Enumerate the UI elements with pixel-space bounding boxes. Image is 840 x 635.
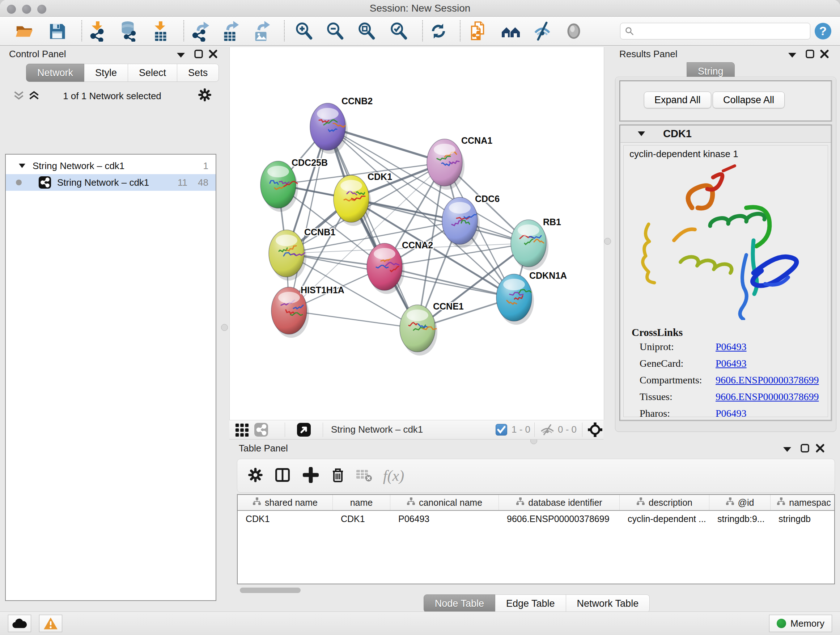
zoom-out-button[interactable]	[323, 19, 347, 43]
edge-CCNB2-CCNE1[interactable]	[328, 127, 417, 328]
column-header-shared-name[interactable]: shared name	[238, 495, 333, 510]
tab-select[interactable]: Select	[128, 64, 177, 82]
expand-all-button[interactable]: Expand All	[644, 92, 711, 108]
column-type-icon	[777, 497, 785, 508]
network-row-selected[interactable]: String Network – cdk1 11 48	[6, 174, 216, 191]
selected-indicator-checkbox[interactable]	[496, 424, 507, 435]
gene-entry-header[interactable]: CDK1	[621, 126, 831, 143]
column-type-icon	[516, 497, 524, 508]
export-image-button[interactable]	[249, 19, 274, 43]
zoom-selected-icon	[388, 21, 409, 42]
column-header-name[interactable]: name	[333, 495, 390, 510]
create-column-button[interactable]	[303, 467, 319, 485]
zoom-fit-button[interactable]	[354, 19, 379, 43]
birds-eye-view-icon[interactable]	[297, 423, 311, 437]
import-network-file-button[interactable]	[86, 19, 111, 43]
zoom-in-button[interactable]	[292, 19, 316, 43]
warnings-button[interactable]	[39, 615, 62, 632]
collapse-all-button[interactable]: Collapse All	[713, 92, 785, 108]
hide-glass-button[interactable]	[530, 19, 554, 43]
show-columns-button[interactable]	[275, 467, 291, 485]
table-row[interactable]: CDK1CDK1P064939606.ENSP00000378699cyclin…	[238, 511, 834, 527]
import-network-database-button[interactable]	[116, 19, 141, 43]
maximize-panel-icon[interactable]	[800, 443, 810, 453]
node-CCNB2[interactable]: CCNB2	[310, 96, 373, 154]
selected-counts: 1 - 0	[512, 424, 531, 435]
tab-edge-table[interactable]: Edge Table	[495, 594, 566, 613]
node-CDKN1A[interactable]: CDKN1A	[496, 271, 567, 325]
open-session-button[interactable]	[12, 19, 37, 43]
close-panel-icon[interactable]	[208, 49, 218, 59]
network-label: String Network – cdk1	[57, 177, 149, 188]
column-header-database-identifier[interactable]: database identifier	[499, 495, 620, 510]
crosslink-link[interactable]: P06493	[715, 408, 747, 417]
zoom-fit-icon	[356, 21, 377, 42]
grid-view-icon[interactable]	[235, 423, 249, 437]
left-splitter-handle[interactable]	[221, 324, 228, 331]
network-canvas[interactable]: CCNB2CCNA1CDC25BCDK1CDC6RB1CCNB1CCNA2CDK…	[229, 47, 604, 420]
node-label-CCNE1: CCNE1	[433, 301, 464, 311]
maximize-panel-icon[interactable]	[805, 49, 815, 59]
float-panel-icon[interactable]	[782, 446, 792, 453]
tab-network[interactable]: Network	[26, 64, 84, 82]
tab-network-table[interactable]: Network Table	[566, 594, 650, 613]
zoom-selected-button[interactable]	[386, 19, 411, 43]
node-CDC25B[interactable]: CDC25B	[261, 157, 328, 212]
import-table-file-button[interactable]	[148, 19, 173, 43]
crosslink-link[interactable]: P06493	[715, 358, 747, 369]
close-panel-icon[interactable]	[820, 49, 829, 59]
tab-sets[interactable]: Sets	[177, 64, 219, 82]
clone-network-button[interactable]	[466, 19, 491, 43]
network-options-gear-icon[interactable]	[197, 88, 212, 102]
node-CCNE1[interactable]: CCNE1	[400, 301, 464, 356]
node-CCNB1[interactable]: CCNB1	[269, 227, 335, 280]
search-input[interactable]	[638, 26, 806, 36]
table-options-button[interactable]	[248, 467, 264, 485]
delete-column-button[interactable]	[330, 467, 346, 485]
memory-button[interactable]: Memory	[769, 615, 832, 632]
node-CDC6[interactable]: CDC6	[442, 194, 500, 248]
export-table-button[interactable]	[218, 19, 243, 43]
node-HIST1H1A[interactable]: HIST1H1A	[271, 285, 344, 338]
node-CCNA2[interactable]: CCNA2	[367, 240, 433, 294]
table-cell: 9606.ENSP00000378699	[499, 511, 620, 527]
string-view-icon[interactable]	[254, 423, 268, 437]
column-header-description[interactable]: description	[620, 495, 709, 510]
network-selection-status: 1 of 1 Network selected	[0, 90, 224, 102]
save-session-button[interactable]	[45, 19, 69, 43]
control-panel-title: Control Panel	[9, 49, 66, 60]
network-collection-row[interactable]: String Network – cdk1 1	[6, 157, 216, 174]
node-gloss-highlight	[278, 292, 300, 303]
tab-style[interactable]: Style	[84, 64, 128, 82]
maximize-panel-icon[interactable]	[194, 49, 203, 59]
refresh-view-button[interactable]	[426, 19, 451, 43]
cloud-status-button[interactable]	[8, 615, 31, 632]
float-panel-icon[interactable]	[176, 51, 186, 59]
network-tree: String Network – cdk1 1 String Network –…	[5, 154, 216, 601]
window-title: Session: New Session	[0, 3, 840, 14]
column-label: canonical name	[419, 497, 482, 508]
network-graph[interactable]: CCNB2CCNA1CDC25BCDK1CDC6RB1CCNB1CCNA2CDK…	[230, 47, 604, 420]
column-header-namespac[interactable]: namespac	[771, 495, 835, 510]
close-panel-icon[interactable]	[815, 443, 825, 453]
collapse-triangle-icon[interactable]	[18, 163, 26, 169]
node-RB1[interactable]: RB1	[511, 217, 561, 271]
home-string-button[interactable]	[499, 19, 523, 43]
column-header-id[interactable]: @id	[709, 495, 771, 510]
float-panel-icon[interactable]	[787, 51, 797, 59]
help-button[interactable]: ?	[811, 19, 835, 43]
horizontal-scrollbar-thumb[interactable]	[240, 587, 301, 593]
show-glass-button[interactable]	[561, 19, 586, 43]
right-splitter-handle[interactable]	[604, 238, 611, 245]
collapse-triangle-icon[interactable]	[637, 131, 646, 137]
crosslink-link[interactable]: 9606.ENSP00000378699	[715, 374, 819, 386]
tab-node-table[interactable]: Node Table	[424, 594, 495, 613]
node-CCNA1[interactable]: CCNA1	[427, 135, 493, 190]
memory-label: Memory	[790, 618, 824, 629]
crosslink-link[interactable]: P06493	[715, 341, 747, 352]
column-header-canonical-name[interactable]: canonical name	[390, 495, 499, 510]
export-network-button[interactable]	[188, 19, 213, 43]
crosslink-link[interactable]: 9606.ENSP00000378699	[715, 391, 819, 402]
app-window: Session: New Session	[0, 0, 840, 635]
crosshair-icon[interactable]	[587, 422, 603, 437]
